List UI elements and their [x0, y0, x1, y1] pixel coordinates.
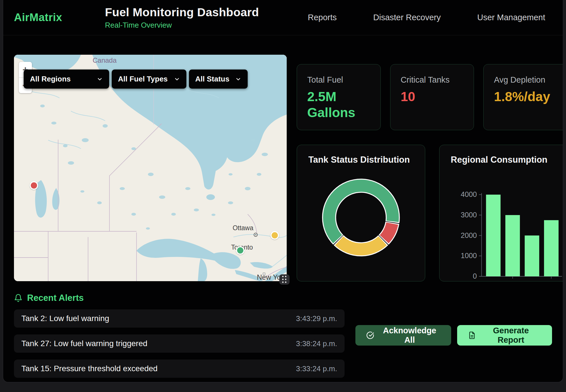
brand-logo: AirMatrix: [14, 11, 62, 24]
alerts-header: Recent Alerts: [14, 293, 345, 303]
nav-link-disaster-recovery[interactable]: Disaster Recovery: [373, 13, 441, 22]
region-filter-select[interactable]: All Regions: [24, 70, 109, 89]
map-markers: [14, 55, 287, 281]
alert-row[interactable]: Tank 15: Pressure threshold exceeded 3:3…: [14, 360, 345, 378]
tank-status-card: Tank Status Distribution: [297, 145, 425, 281]
stat-label: Avg Depletion: [494, 75, 557, 85]
tank-status-donut: [312, 168, 410, 267]
alerts-section: Recent Alerts Tank 2: Low fuel warning 3…: [3, 293, 563, 378]
top-nav: AirMatrix Fuel Monitoring Dashboard Real…: [3, 0, 563, 35]
file-report-icon: [468, 331, 476, 340]
alert-message: Tank 27: Low fuel warning triggered: [21, 339, 147, 348]
bell-icon: [14, 294, 23, 302]
right-column: Total Fuel 2.5M Gallons Critical Tanks 1…: [297, 55, 563, 281]
map-drag-handle[interactable]: [279, 274, 290, 285]
alert-timestamp: 3:33:24 p.m.: [296, 364, 337, 373]
page-subtitle: Real-Time Overview: [105, 21, 259, 30]
stat-card-critical-tanks: Critical Tanks 10: [390, 64, 474, 130]
alert-row[interactable]: Tank 27: Low fuel warning triggered 3:38…: [14, 334, 345, 353]
action-buttons: Acknowledge All Generate Report: [355, 325, 552, 346]
stat-label: Total Fuel: [307, 75, 370, 85]
nav-link-user-management[interactable]: User Management: [477, 13, 545, 22]
map-marker-critical[interactable]: [30, 181, 38, 190]
svg-text:Midwest: Midwest: [499, 280, 526, 281]
alerts-list: Tank 2: Low fuel warning 3:43:29 p.m. Ta…: [14, 309, 345, 378]
alerts-column: Recent Alerts Tank 2: Low fuel warning 3…: [14, 293, 345, 378]
title-block: Fuel Monitoring Dashboard Real-Time Over…: [105, 6, 259, 30]
nav-link-reports[interactable]: Reports: [308, 13, 337, 22]
svg-text:2000: 2000: [461, 231, 477, 239]
map-marker-normal[interactable]: [236, 246, 245, 255]
stat-value-critical-tanks: 10: [401, 89, 464, 105]
region-filter-value: All Regions: [30, 75, 71, 83]
chevron-down-icon: [235, 76, 241, 82]
stat-label: Critical Tanks: [401, 75, 464, 85]
regional-consumption-chart: 01000200030004000MidwestWest: [451, 166, 563, 281]
dashboard-root: AirMatrix Fuel Monitoring Dashboard Real…: [3, 0, 563, 382]
check-circle-icon: [366, 331, 374, 340]
chevron-down-icon: [97, 76, 103, 82]
stat-card-avg-depletion: Avg Depletion 1.8%/day: [483, 64, 563, 130]
map-canvas[interactable]: Canada Ottawa Toronto New York: [14, 55, 287, 281]
svg-text:3000: 3000: [461, 211, 477, 219]
alert-row[interactable]: Tank 2: Low fuel warning 3:43:29 p.m.: [14, 309, 345, 328]
donut-chart-title: Tank Status Distribution: [308, 155, 414, 165]
nav-links: Reports Disaster Recovery User Managemen…: [308, 13, 545, 22]
page-title: Fuel Monitoring Dashboard: [105, 6, 259, 19]
alert-message: Tank 15: Pressure threshold exceeded: [21, 364, 158, 373]
svg-text:4000: 4000: [461, 190, 477, 198]
stats-row: Total Fuel 2.5M Gallons Critical Tanks 1…: [297, 64, 563, 130]
status-filter-value: All Status: [195, 75, 229, 83]
chevron-down-icon: [174, 76, 180, 82]
fuel-type-filter-value: All Fuel Types: [118, 75, 168, 83]
status-filter-select[interactable]: All Status: [189, 70, 248, 89]
alert-message: Tank 2: Low fuel warning: [21, 314, 109, 323]
regional-consumption-card: Regional Consumption 01000200030004000Mi…: [439, 145, 563, 281]
map-marker-warning[interactable]: [270, 231, 279, 240]
alert-timestamp: 3:43:29 p.m.: [296, 314, 337, 323]
svg-text:1000: 1000: [461, 252, 477, 260]
alerts-title: Recent Alerts: [27, 293, 84, 303]
main-content: Canada Ottawa Toronto New York + − All R…: [3, 35, 563, 281]
acknowledge-all-label: Acknowledge All: [379, 326, 440, 345]
svg-text:West: West: [543, 280, 560, 281]
bar-chart-title: Regional Consumption: [451, 155, 556, 165]
map-panel: Canada Ottawa Toronto New York + − All R…: [14, 55, 287, 281]
acknowledge-all-button[interactable]: Acknowledge All: [355, 325, 451, 346]
map-filters: All Regions All Fuel Types All Status: [24, 70, 248, 89]
donut-wrap: [308, 168, 414, 267]
stat-value-avg-depletion: 1.8%/day: [494, 89, 557, 105]
fuel-type-filter-select[interactable]: All Fuel Types: [112, 70, 186, 89]
stat-card-total-fuel: Total Fuel 2.5M Gallons: [297, 64, 381, 130]
svg-text:0: 0: [473, 272, 477, 280]
stat-value-total-fuel: 2.5M Gallons: [307, 89, 370, 121]
charts-row: Tank Status Distribution Regional Consum…: [297, 145, 563, 281]
generate-report-button[interactable]: Generate Report: [457, 325, 552, 346]
generate-report-label: Generate Report: [481, 326, 541, 345]
alert-timestamp: 3:38:24 p.m.: [296, 339, 337, 348]
